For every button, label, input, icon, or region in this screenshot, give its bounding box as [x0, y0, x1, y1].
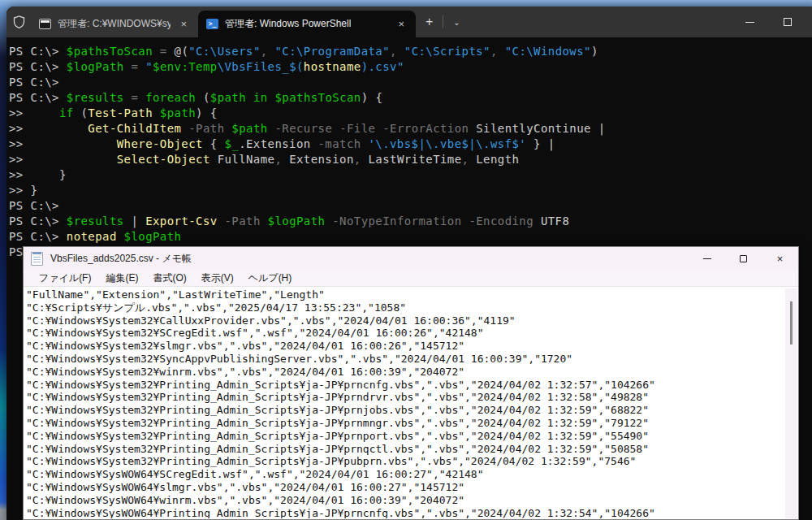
powershell-icon: >_: [206, 19, 218, 29]
terminal-line: PS C:\> $pathsToScan = @("C:\Users", "C:…: [9, 44, 812, 59]
menu-item-edit[interactable]: 編集(E): [98, 271, 145, 285]
terminal-line: PS C:\>: [9, 198, 812, 214]
terminal-line: >> Select-Object FullName, Extension, La…: [9, 152, 812, 167]
cmd-icon: [39, 19, 51, 29]
notepad-title: VbsFiles_adds2025.csv - メモ帳: [50, 252, 192, 266]
notepad-minimize-button[interactable]: [689, 247, 725, 270]
tab-close-icon[interactable]: ×: [395, 18, 408, 30]
csv-line: "C:¥Windows¥System32¥Printing_Admin_Scri…: [26, 404, 785, 417]
terminal-line: >> Where-Object { $_.Extension -match '\…: [9, 136, 812, 152]
notepad-titlebar: VbsFiles_adds2025.csv - メモ帳 ×: [24, 247, 798, 270]
csv-line: "C:¥Windows¥System32¥CallUxxProvider.vbs…: [26, 314, 785, 327]
menu-item-format[interactable]: 書式(O): [145, 271, 193, 285]
tab-cmd-admin[interactable]: 管理者: C:¥WINDOWS¥system3 ×: [31, 11, 198, 37]
notepad-maximize-button[interactable]: [725, 247, 762, 270]
terminal-minimize-button[interactable]: [732, 6, 767, 37]
terminal-line: PS C:\>: [9, 75, 812, 90]
menu-item-view[interactable]: 表示(V): [194, 271, 241, 285]
notepad-window-controls: ×: [689, 247, 798, 270]
maximize-icon: [784, 18, 792, 26]
terminal-line: >> Get-ChildItem -Path $path -Recurse -F…: [9, 121, 812, 136]
csv-line: "C:¥Windows¥SysWOW64¥Printing_Admin_Scri…: [26, 507, 785, 518]
terminal-line: PS C:\> $results = foreach ($path in $pa…: [9, 90, 812, 106]
tab-dropdown-button[interactable]: ⌄: [443, 18, 469, 27]
terminal-maximize-button[interactable]: [770, 6, 806, 37]
terminal-output: PS C:\> $pathsToScan = @("C:\Users", "C:…: [9, 44, 812, 260]
csv-line: "C:¥Windows¥System32¥Printing_Admin_Scri…: [26, 417, 785, 430]
terminal-line: >> }: [9, 167, 812, 183]
csv-line: "C:¥Windows¥SysWOW64¥slmgr.vbs",".vbs","…: [26, 481, 785, 494]
tab-powershell-admin[interactable]: >_ 管理者: Windows PowerShell ×: [198, 11, 416, 37]
close-icon: ×: [777, 254, 784, 264]
tab-label: 管理者: C:¥WINDOWS¥system3: [58, 17, 171, 31]
terminal-line: PS C:\> notepad $logPath: [9, 229, 812, 245]
csv-line: "C:¥Windows¥System32¥Printing_Admin_Scri…: [26, 379, 785, 392]
csv-line: "FullName","Extension","LastWriteTime","…: [26, 288, 785, 301]
terminal-line: >> }: [9, 183, 812, 198]
admin-shield-icon: [6, 6, 31, 37]
csv-line: "C:¥Windows¥SysWOW64¥SCregEdit.wsf",".ws…: [26, 468, 785, 481]
notepad-scrollbar-thumb[interactable]: [790, 301, 793, 344]
csv-line: "C:¥Windows¥System32¥winrm.vbs",".vbs","…: [26, 366, 785, 379]
csv-line: "C:¥Scripts¥サンプル.vbs",".vbs","2025/04/17…: [26, 301, 785, 314]
maximize-icon: [740, 255, 747, 262]
notepad-scrollbar[interactable]: [785, 288, 797, 518]
tab-close-icon[interactable]: ×: [177, 18, 190, 30]
tab-bar-actions: + ⌄: [416, 6, 470, 37]
notepad-icon: [31, 252, 43, 266]
notepad-window: VbsFiles_adds2025.csv - メモ帳 × ファイル(F) 編集…: [23, 246, 799, 520]
csv-line: "C:¥Windows¥System32¥SCregEdit.wsf",".ws…: [26, 327, 785, 340]
terminal-tab-bar: 管理者: C:¥WINDOWS¥system3 × >_ 管理者: Window…: [6, 6, 812, 37]
notepad-close-button[interactable]: ×: [762, 247, 798, 270]
minimize-icon: [745, 22, 754, 23]
notepad-menubar: ファイル(F) 編集(E) 書式(O) 表示(V) ヘルプ(H): [24, 270, 798, 287]
csv-line: "C:¥Windows¥System32¥Printing_Admin_Scri…: [26, 391, 785, 404]
new-tab-button[interactable]: +: [416, 15, 443, 29]
csv-line: "C:¥Windows¥System32¥slmgr.vbs",".vbs","…: [26, 340, 785, 353]
screen: 管理者: C:¥WINDOWS¥system3 × >_ 管理者: Window…: [0, 0, 812, 520]
terminal-line: >> if (Test-Path $path) {: [9, 106, 812, 121]
menu-item-file[interactable]: ファイル(F): [32, 271, 98, 285]
csv-line: "C:¥Windows¥System32¥Printing_Admin_Scri…: [26, 455, 785, 468]
csv-line: "C:¥Windows¥SysWOW64¥winrm.vbs",".vbs","…: [26, 494, 785, 507]
notepad-text-area[interactable]: "FullName","Extension","LastWriteTime","…: [24, 288, 785, 518]
csv-line: "C:¥Windows¥System32¥Printing_Admin_Scri…: [26, 430, 785, 443]
menu-item-help[interactable]: ヘルプ(H): [241, 271, 300, 285]
tab-label: 管理者: Windows PowerShell: [225, 17, 351, 31]
minimize-icon: [703, 258, 711, 259]
terminal-line: PS C:\> $logPath = "$env:Temp\VbsFiles_$…: [9, 59, 812, 75]
csv-line: "C:¥Windows¥System32¥SyncAppvPublishingS…: [26, 353, 785, 366]
terminal-line: PS C:\> $results | Export-Csv -Path $log…: [9, 214, 812, 229]
csv-line: "C:¥Windows¥System32¥Printing_Admin_Scri…: [26, 443, 785, 456]
